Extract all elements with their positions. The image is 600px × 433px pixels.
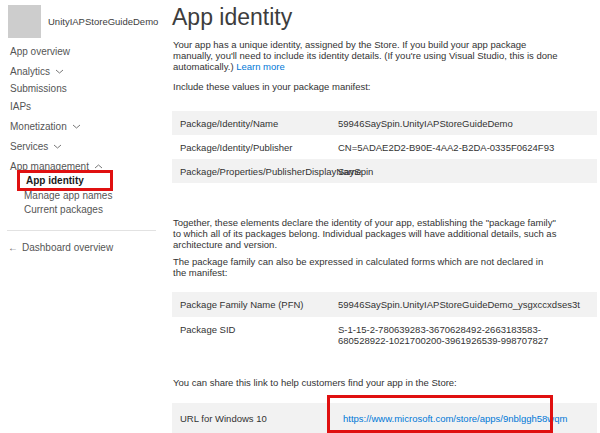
store-url-link[interactable]: https://www.microsoft.com/store/apps/9nb… xyxy=(343,413,567,424)
share-paragraph: You can share this link to help customer… xyxy=(173,377,558,388)
calculated-table: Package Family Name (PFN) 59946SaySpin.U… xyxy=(172,292,597,353)
page-title: App identity xyxy=(172,4,292,31)
sidebar-item-analytics[interactable]: Analytics xyxy=(10,65,64,77)
row-label: Package/Properties/PublisherDisplayName xyxy=(172,166,338,177)
row-value: 59946SaySpin.UnityIAPStoreGuideDemo_ysgx… xyxy=(338,299,597,310)
sidebar-item-app-identity[interactable]: App identity xyxy=(17,170,113,191)
sidebar-item-app-overview[interactable]: App overview xyxy=(10,46,70,57)
table-row: Package/Properties/PublisherDisplayName … xyxy=(172,159,597,183)
sidebar-item-dashboard-overview[interactable]: ←Dashboard overview xyxy=(8,242,113,253)
row-label: Package/Identity/Name xyxy=(172,118,338,129)
row-label: Package/Identity/Publisher xyxy=(172,142,338,153)
row-value: CN=5ADAE2D2-B90E-4AA2-B2DA-0335F0624F93 xyxy=(338,142,597,153)
intro-paragraph: Your app has a unique identity, assigned… xyxy=(173,39,558,72)
app-identity-page: UnityIAPStoreGuideDemo App overview Anal… xyxy=(0,0,600,433)
app-name: UnityIAPStoreGuideDemo xyxy=(48,16,158,27)
row-value: 59946SaySpin.UnityIAPStoreGuideDemo xyxy=(338,118,597,129)
table-row: Package/Identity/Name 59946SaySpin.Unity… xyxy=(172,111,597,135)
table-row: URL for Windows 10 https://www.microsoft… xyxy=(172,403,597,433)
row-value: SaySpin xyxy=(338,166,597,177)
sidebar-item-monetization[interactable]: Monetization xyxy=(10,120,81,132)
row-label: Package SID xyxy=(172,324,338,335)
url-table: URL for Windows 10 https://www.microsoft… xyxy=(172,403,597,433)
sidebar-item-manage-app-names[interactable]: Manage app names xyxy=(24,190,112,201)
chevron-down-icon xyxy=(55,65,64,76)
table-row: Package Family Name (PFN) 59946SaySpin.U… xyxy=(172,292,597,317)
calculated-paragraph: The package family can also be expressed… xyxy=(173,256,558,278)
row-value: S-1-15-2-780639283-3670628492-2663183583… xyxy=(338,324,597,346)
include-heading: Include these values in your package man… xyxy=(173,81,558,92)
sidebar-divider xyxy=(7,230,156,231)
together-paragraph: Together, these elements declare the ide… xyxy=(173,217,558,250)
learn-more-link[interactable]: Learn more xyxy=(236,61,285,72)
manifest-table: Package/Identity/Name 59946SaySpin.Unity… xyxy=(172,111,597,183)
sidebar-item-current-packages[interactable]: Current packages xyxy=(24,204,103,215)
app-icon xyxy=(8,5,41,38)
row-label: Package Family Name (PFN) xyxy=(172,299,338,310)
sidebar-item-iaps[interactable]: IAPs xyxy=(10,101,31,112)
sidebar: UnityIAPStoreGuideDemo App overview Anal… xyxy=(0,0,166,433)
row-value: https://www.microsoft.com/store/apps/9nb… xyxy=(338,413,597,424)
table-row: Package/Identity/Publisher CN=5ADAE2D2-B… xyxy=(172,135,597,159)
chevron-down-icon xyxy=(72,120,81,131)
table-row: Package SID S-1-15-2-780639283-367062849… xyxy=(172,317,597,353)
chevron-down-icon xyxy=(53,140,62,151)
row-label: URL for Windows 10 xyxy=(172,413,338,424)
sidebar-item-services[interactable]: Services xyxy=(10,140,62,152)
sidebar-item-submissions[interactable]: Submissions xyxy=(10,83,67,94)
back-arrow-icon: ← xyxy=(8,242,18,253)
